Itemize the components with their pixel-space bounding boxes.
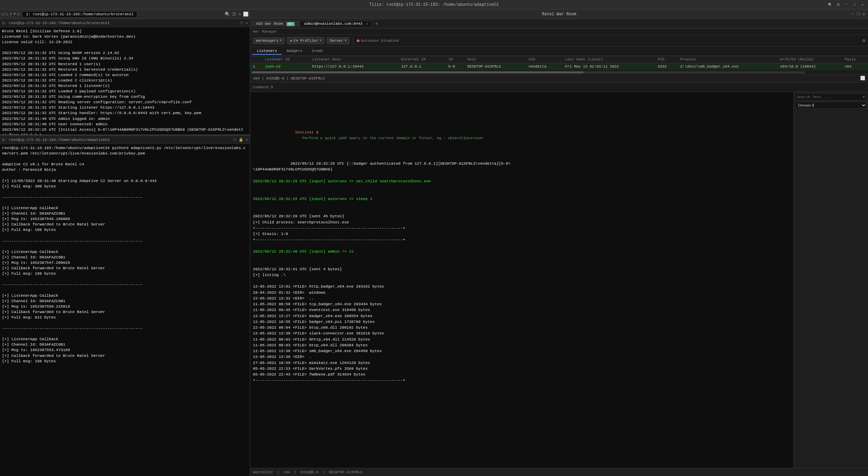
server-dropdown-icon: ▼: [345, 39, 347, 42]
domain-select[interactable]: Domain $: [795, 102, 867, 109]
terminal-2-lock-icon[interactable]: 🔒: [239, 138, 243, 142]
terminal-1-controls: ⬡ ✕: [240, 21, 248, 25]
terminal-1-content: Brute Ratel [Sicilian Defense 1.0] Licen…: [0, 27, 250, 134]
terminal-2-expand-icon[interactable]: ⬡: [233, 138, 237, 142]
sub-tab-listeners[interactable]: Listeners: [252, 48, 282, 55]
tab-extra-btn[interactable]: ↺: [17, 12, 19, 17]
command-label: Command $: [253, 85, 273, 89]
right-bottom-area: x64 | 6332@b-0 | DESKTOP-G15FRLS ⬜ Comma…: [250, 74, 868, 468]
row-uid: vendetta: [526, 63, 562, 70]
col-header-id: ID: [446, 56, 465, 63]
terminal-2-content: root@ip-172-31-15-193:/home/ubuntu/adapt…: [0, 144, 250, 476]
sub-tab-creds[interactable]: Creds: [307, 48, 328, 55]
status-separator-1: |: [277, 470, 279, 474]
tab-split-icon[interactable]: ⬜: [243, 12, 248, 17]
terminal-1-lock-icon[interactable]: ⬡: [240, 21, 243, 25]
row-id: b-0: [446, 63, 465, 70]
war-room-win-controls: ─ □ ✕: [851, 11, 865, 17]
war-room-tab-close-icon[interactable]: ✕: [366, 22, 368, 26]
terminal-tab-1[interactable]: 1: root@ip-172-31-15-193:/home/ubuntu/br…: [22, 11, 137, 17]
autosave-status: Autosave Disabled: [357, 39, 399, 43]
war-room-minimize-icon[interactable]: ─: [851, 11, 854, 17]
terminal-1-title: 1: root@ip-172-31-15-193:/home/ubuntu/br…: [2, 21, 110, 25]
col-header-num: [250, 56, 262, 63]
minimize-icon[interactable]: ─: [844, 2, 849, 7]
row-process: Z:\docs\smb_badger_x64.exe: [678, 63, 777, 70]
close-icon[interactable]: ✕: [860, 2, 865, 7]
server-label: Server: [330, 39, 343, 43]
sub-tab-badgers[interactable]: Badgers: [282, 48, 307, 55]
left-terminal-panel: 1/1 + ▼ ↺ 1: root@ip-172-31-15-193:/home…: [0, 10, 250, 476]
server-btn[interactable]: Server ▼: [327, 37, 350, 44]
col-header-process: Process: [678, 56, 777, 63]
profiler-btn[interactable]: ◆ C4 Profiler ▼: [287, 37, 325, 44]
war-room-close-icon[interactable]: ✕: [863, 11, 865, 17]
row-host: DESKTOP-G15FRLS: [465, 63, 526, 70]
tab-menu-icon[interactable]: ☰: [232, 12, 236, 17]
tab-close-icon[interactable]: ✕: [238, 12, 241, 17]
output-line-3: 2022/05/12 20:32:25 UTC [input] autoruns…: [253, 179, 431, 183]
command-input[interactable]: [275, 85, 865, 89]
output-line-4: 2022/05/12 20:32:25 UTC [input] autoruns…: [253, 197, 372, 201]
tab-action-bar: 🔍 ☰ ✕ ⬜: [225, 12, 248, 17]
output-container: Sentinel $ Perform a quick LDAP query in…: [253, 106, 791, 395]
war-room-maximize-icon[interactable]: □: [857, 11, 860, 17]
war-room-panel: Ratel War Room ─ □ ✕ Add War Room NET ad…: [250, 10, 868, 476]
search-close-icon[interactable]: ✕: [863, 94, 865, 99]
search-icon[interactable]: 🔍: [827, 2, 833, 7]
warmongers-label: Warmongers: [256, 39, 278, 43]
menu-icon[interactable]: ☰: [835, 2, 841, 7]
terminal-2-close-icon[interactable]: ✕: [245, 138, 248, 142]
warmongers-btn[interactable]: Warmongers ▼: [253, 37, 285, 44]
col-header-last-seen: Last Seen (Local): [562, 56, 655, 63]
row-payload: x64: [842, 63, 868, 70]
sentinel-prompt-row: Sentinel $ Perform a quick LDAP query in…: [253, 123, 791, 147]
status-arch: x64: [283, 470, 290, 474]
col-header-listener-id: Listener ID: [262, 56, 309, 63]
sentinel-hint: Perform a quick LDAP query in the curren…: [298, 136, 484, 140]
warmongers-dropdown-icon: ▼: [280, 39, 282, 42]
command-area: Command $ Sentinel $ Perform a quick LDA…: [250, 83, 868, 468]
tab-search-icon[interactable]: 🔍: [225, 12, 230, 17]
expand-btn[interactable]: ⬜: [860, 76, 865, 81]
row-listener-id: json-c2: [262, 63, 309, 70]
maximize-icon[interactable]: □: [852, 2, 857, 7]
col-header-host: Host: [465, 56, 526, 63]
listeners-data-table: Listener ID Listener Host External IP ID…: [250, 56, 868, 70]
horizontal-scrollbar[interactable]: [250, 70, 868, 74]
autosave-label: Autosave Disabled: [361, 39, 399, 43]
tab-dropdown-btn[interactable]: ▼: [14, 12, 16, 16]
command-bar: Command $: [250, 83, 868, 92]
search-input[interactable]: [797, 95, 863, 99]
col-header-external-ip: External IP: [399, 56, 446, 63]
status-bar: Watchlist | x64 | 6332@b-0 | DESKTOP-G15…: [250, 468, 868, 476]
terminal-2-header: 2: root@ip-172-31-15-193:/home/ubuntu/ad…: [0, 136, 250, 144]
terminal-1-close-icon[interactable]: ✕: [245, 21, 248, 25]
output-line-2: \10P44AB6R0F317V0LCPCUSDSQ57U0BK8]: [253, 167, 333, 171]
autosave-dot: [357, 39, 359, 42]
badger-info-bar: x64 | 6332@b-0 | DESKTOP-G15FRLS ⬜: [250, 74, 868, 83]
scrollbar-thumb: [252, 71, 584, 73]
profiler-label: C4 Profiler: [294, 39, 318, 43]
war-room-title-bar: Ratel War Room ─ □ ✕: [250, 10, 868, 19]
war-room-tab-admin[interactable]: admin@evasionlabs.com:8443 ✕: [300, 21, 372, 26]
toolbar-separator: [353, 37, 353, 44]
terminal-1-header: 1: root@ip-172-31-15-193:/home/ubuntu/br…: [0, 19, 250, 27]
profiler-dropdown-icon: ▼: [319, 39, 321, 42]
table-row[interactable]: 1 json-c2 https://127.0.0.1:10443 127.0.…: [250, 63, 868, 70]
settings-icon[interactable]: ⚙: [863, 38, 865, 43]
sentinel-label: Sentinel $: [295, 130, 318, 134]
war-manager-label: War Manager: [250, 29, 868, 35]
add-tab-btn[interactable]: +: [10, 12, 12, 17]
terminal-2-title: 2: root@ip-172-31-15-193:/home/ubuntu/ad…: [2, 138, 110, 142]
output-line-5: 2022/05/12 20:32:28 UTC [sent 45 bytes] …: [253, 214, 405, 242]
row-num: 1: [250, 63, 262, 70]
row-external-ip: 127.0.0.1: [399, 63, 446, 70]
col-header-listener-host: Listener Host: [309, 56, 399, 63]
war-room-tab-add[interactable]: Add War Room NET: [252, 21, 299, 26]
status-badger-id: 6332@b-0: [300, 470, 318, 474]
war-room-new-tab-btn[interactable]: +: [373, 21, 380, 26]
war-room-tab-bar: Add War Room NET admin@evasionlabs.com:8…: [250, 19, 868, 29]
output-line-1: 2022/05/12 20:32:25 UTC [::badger authen…: [290, 161, 511, 166]
app-title: Tilix: root@ip-172-31-15-193: /home/ubun…: [369, 2, 499, 7]
